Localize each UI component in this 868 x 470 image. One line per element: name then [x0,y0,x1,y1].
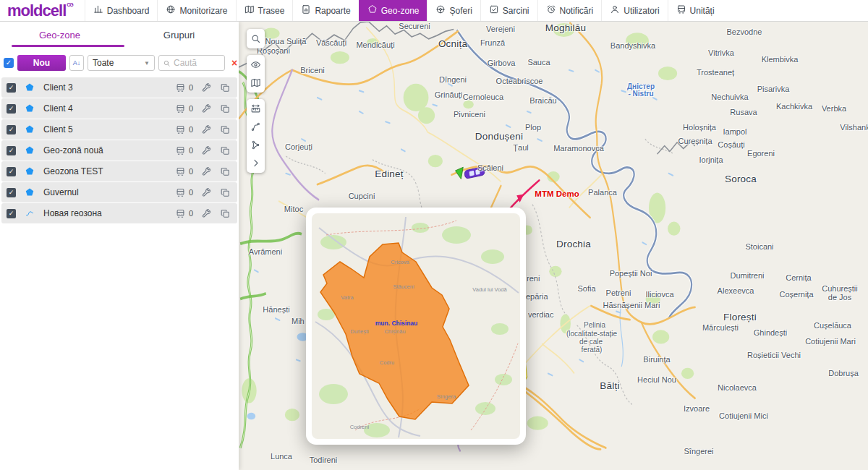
tasks-icon [489,4,499,17]
search-tool-icon[interactable] [247,30,265,48]
filter-dropdown[interactable]: Toate ▼ [88,55,155,71]
geozone-list-item[interactable]: ✓ Guvernul 0 [1,182,237,202]
preview-map-label: Cricova [391,259,409,265]
copy-icon[interactable] [220,166,231,177]
brand-logo-text: moldcell [7,1,66,20]
units-count: 0 [189,209,193,218]
bus-icon [676,4,686,17]
copy-icon[interactable] [220,208,231,219]
row-checkbox[interactable]: ✓ [7,83,16,93]
polygon-shape-icon [25,124,35,134]
geozone-name: Client 4 [43,103,175,114]
units-count: 0 [189,167,193,176]
map-canvas[interactable]: MoghilăuOcnițaDondușeniEdinețSorocaDroch… [239,22,868,470]
preview-map-label: Codreni [350,424,369,430]
preview-map-label: Chișinău [384,328,405,335]
nav-item--oferi[interactable]: Șoferi [427,0,480,21]
nav-item-utilizatori[interactable]: Utilizatori [601,0,667,21]
preview-map-label: mun. Chisinau [375,320,418,327]
geozone-preview-popup[interactable]: mun. ChisinauChișinăuCricovaStăuceniVatr… [306,208,526,445]
units-icon [175,103,186,114]
copy-icon[interactable] [220,145,231,156]
report-icon [301,4,311,17]
nav-item-monitorizare[interactable]: Monitorizare [157,0,235,21]
row-checkbox[interactable]: ✓ [7,209,16,218]
edit-wrench-icon[interactable] [201,166,212,177]
row-checkbox[interactable]: ✓ [7,146,16,155]
nav-item-sarcini[interactable]: Sarcini [480,0,537,21]
units-count: 0 [189,146,193,155]
nav-item-unit-i[interactable]: Unități [668,0,723,21]
top-nav: moldcellCG Dashboard Monitorizare Trasee… [0,0,868,22]
search-icon [163,59,171,67]
cluster-tool-icon[interactable] [247,136,265,154]
nav-item-dashboard[interactable]: Dashboard [85,0,158,21]
geozone-list-item[interactable]: ✓ Geozona TEST 0 [1,161,237,181]
nav-item-notific-ri[interactable]: Notificări [537,0,602,21]
geozone-name: Client 5 [43,124,175,134]
measure-tool-icon[interactable] [247,100,265,118]
sidebar: Geo-zone Grupuri ✓ Nou A↓ Toate ▼ × ✓ Cl… [0,22,239,470]
geozone-list-item[interactable]: ✓ Geo-zonă nouă 0 [1,140,237,161]
polygon-shape-icon [25,166,35,176]
geozone-list-item[interactable]: ✓ Client 3 0 [1,77,237,98]
top-nav-items: Dashboard Monitorizare Trasee Rapoarte G… [85,0,723,21]
geozone-name: Geozona TEST [43,166,175,176]
polyline-tool-icon[interactable] [247,118,265,136]
chart-icon [93,4,103,17]
units-icon [175,82,186,93]
tab-grupuri[interactable]: Grupuri [119,22,239,48]
filter-value: Toate [93,58,114,68]
geozone-list-item[interactable]: ✓ Новая геозона 0 [1,203,237,223]
new-geozone-button[interactable]: Nou [17,55,66,71]
row-checkbox[interactable]: ✓ [7,167,16,176]
preview-map-label: Codru [380,359,394,366]
geozone-list: ✓ Client 3 0 ✓ Client 4 0 ✓ Client 5 0 [0,77,239,223]
eye-tool-icon[interactable] [247,56,265,74]
user-icon [610,4,620,17]
nav-label: Dashboard [107,6,150,16]
routemap-icon [244,4,255,17]
steering-icon [435,4,446,17]
geozone-name: Geo-zonă nouă [43,145,175,155]
brand-logo[interactable]: moldcellCG [0,0,85,21]
search-input[interactable] [174,58,216,68]
copy-icon[interactable] [220,103,231,114]
edit-wrench-icon[interactable] [201,145,212,156]
polygon-shape-icon [25,187,35,197]
edit-wrench-icon[interactable] [201,82,212,93]
nav-item-geo-zone[interactable]: Geo-zone [359,0,427,21]
row-checkbox[interactable]: ✓ [7,125,16,134]
collapse-tool-icon[interactable] [247,154,265,172]
select-all-checkbox[interactable]: ✓ [4,58,14,68]
nav-item-rapoarte[interactable]: Rapoarte [292,0,358,21]
layers-tool-icon[interactable] [247,74,265,92]
map-toolbar [247,29,265,173]
nav-label: Utilizatori [624,6,659,16]
geozone-list-item[interactable]: ✓ Client 4 0 [1,98,237,119]
edit-wrench-icon[interactable] [201,187,212,198]
units-count: 0 [189,125,193,134]
geozone-list-item[interactable]: ✓ Client 5 0 [1,119,237,140]
nav-label: Notificări [560,6,594,16]
geozone-name: Guvernul [43,187,175,197]
nav-label: Sarcini [503,6,529,16]
edit-wrench-icon[interactable] [201,124,212,135]
clear-search-button[interactable]: × [231,57,237,69]
sort-az-button[interactable]: A↓ [69,55,84,71]
row-checkbox[interactable]: ✓ [7,104,16,114]
toolbar-group [247,29,265,48]
edit-wrench-icon[interactable] [201,103,212,114]
nav-label: Trasee [258,6,285,16]
copy-icon[interactable] [220,82,231,93]
nav-label: Monitorizare [179,6,227,16]
search-box [158,55,225,71]
polygon-shape-icon [25,82,35,93]
row-checkbox[interactable]: ✓ [7,188,16,197]
edit-wrench-icon[interactable] [201,208,212,219]
copy-icon[interactable] [220,124,231,135]
copy-icon[interactable] [220,187,231,198]
stream [620,304,623,367]
geozone-preview-map: mun. ChisinauChișinăuCricovaStăuceniVatr… [312,213,520,439]
nav-item-trasee[interactable]: Trasee [236,0,293,21]
